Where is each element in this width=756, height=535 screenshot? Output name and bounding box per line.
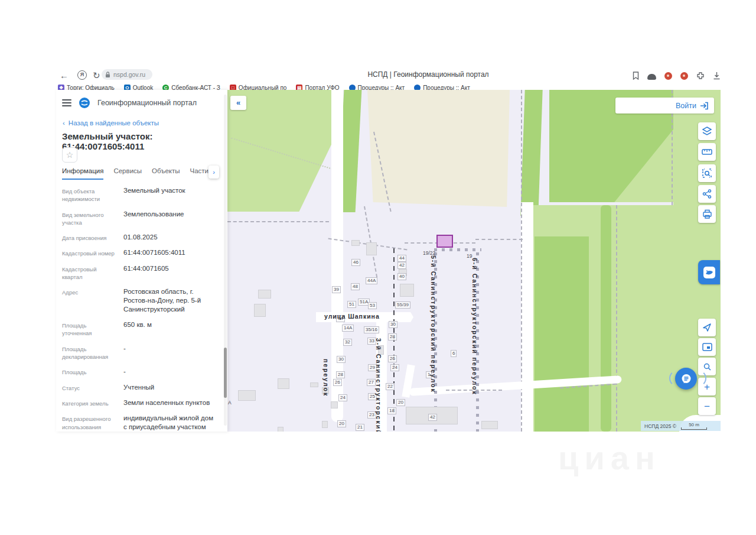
map-attribution: НСПД 2025 © 50 m xyxy=(641,421,721,431)
map-building xyxy=(400,284,414,297)
favorite-button[interactable]: ☆ xyxy=(62,147,77,163)
bookmark-icon[interactable] xyxy=(633,72,639,80)
map-building xyxy=(278,427,284,432)
field-value: 61:44:0071605:4011 xyxy=(123,248,185,257)
download-icon[interactable] xyxy=(713,72,721,80)
url-text: nspd.gov.ru xyxy=(113,71,145,78)
browser-menu-icon[interactable]: Я xyxy=(77,70,87,80)
browser-extensions xyxy=(633,69,721,83)
field-label: Вид объекта недвижимости xyxy=(62,186,116,203)
zoom-out-button[interactable]: − xyxy=(698,397,716,415)
extension-red-icon[interactable] xyxy=(680,72,688,80)
select-area-icon xyxy=(702,168,712,179)
search-icon xyxy=(703,362,712,371)
street-name-label: переулок xyxy=(322,359,330,397)
parcel-number-label: А xyxy=(228,400,232,406)
field-row: АдресРостовская область, г. Ростов-на-До… xyxy=(62,287,217,314)
house-number-label: 32 xyxy=(343,339,352,346)
back-link-label: Назад в найденные объекты xyxy=(69,119,159,127)
watermark: циан xyxy=(558,439,661,477)
share-button[interactable] xyxy=(698,185,716,203)
field-value: индивидуальный жилой дом с приусадебным … xyxy=(123,414,217,432)
scrollbar-thumb[interactable] xyxy=(224,348,227,398)
extension-red-icon[interactable] xyxy=(664,72,672,80)
share-icon xyxy=(702,189,712,199)
fields-list: Вид объекта недвижимостиЗемельный участо… xyxy=(62,186,217,432)
field-row: Площадь уточненная650 кв. м xyxy=(62,320,217,338)
parcel-title: Земельный участок: 61:44:0071605:4011 xyxy=(62,131,227,151)
house-number-label: 20 xyxy=(337,420,346,427)
layers-icon xyxy=(702,126,712,137)
house-number-label: 42 xyxy=(397,262,406,269)
selected-parcel[interactable] xyxy=(436,235,453,248)
field-label: Категория земель xyxy=(62,398,116,407)
field-label: Площадь уточненная xyxy=(62,320,116,338)
lock-icon xyxy=(105,72,110,78)
tab-Информация[interactable]: Информация xyxy=(62,167,103,180)
tab-Сервисы[interactable]: Сервисы xyxy=(113,167,142,180)
house-number-label: 46 xyxy=(351,259,360,266)
chat-button[interactable] xyxy=(675,368,697,390)
zoom-out-label: − xyxy=(704,401,710,411)
scale-label: 50 m xyxy=(689,423,699,427)
map-building xyxy=(481,421,498,429)
measure-button[interactable] xyxy=(698,143,716,161)
house-number-label: 26 xyxy=(388,355,397,362)
back-to-results-link[interactable]: ‹ Назад в найденные объекты xyxy=(63,119,159,127)
map-viewport[interactable]: 46444240394844А5151А5355/39343014А35/163… xyxy=(227,90,721,432)
field-value: Землепользование xyxy=(123,210,184,227)
minimap-button[interactable] xyxy=(698,338,716,356)
house-number-label: 14А xyxy=(342,325,354,332)
back-icon[interactable]: ← xyxy=(60,70,69,82)
minimap-icon xyxy=(702,343,712,351)
house-number-label: 30 xyxy=(389,321,397,328)
panel-flag-button[interactable] xyxy=(698,260,720,284)
locate-icon xyxy=(702,323,712,332)
house-number-label: 48 xyxy=(351,283,360,290)
map-building xyxy=(238,390,256,401)
scale-line xyxy=(681,427,707,430)
house-number-label: 35/16 xyxy=(364,326,379,333)
menu-icon[interactable] xyxy=(62,98,71,108)
map-building xyxy=(254,304,266,317)
login-icon xyxy=(700,102,709,110)
field-label: Кадастровый квартал xyxy=(62,264,116,281)
info-sidebar: Геоинформационный портал ‹ Назад в найде… xyxy=(56,90,227,432)
field-value: 01.08.2025 xyxy=(123,233,158,242)
map-building xyxy=(310,382,318,387)
map-green-strip xyxy=(520,90,542,216)
map-parcel-markers xyxy=(434,248,481,251)
street-name-label: 5-й Санинструкторский переулок xyxy=(430,255,437,393)
house-number-label: 44А xyxy=(366,277,377,284)
map-building xyxy=(366,242,377,255)
field-value: Земли населенных пунктов xyxy=(123,398,210,407)
tabs-scroll-button[interactable]: › xyxy=(208,166,219,179)
field-row: Вид объекта недвижимостиЗемельный участо… xyxy=(62,186,217,203)
field-row: Площадь- xyxy=(62,367,217,376)
login-bar[interactable]: Войти xyxy=(615,98,714,114)
house-number-label: 51 xyxy=(347,301,356,308)
login-label: Войти xyxy=(676,102,696,110)
layers-button[interactable] xyxy=(698,122,716,140)
attribution-text: НСПД 2025 © xyxy=(644,423,676,429)
sidebar-scrollbar[interactable] xyxy=(224,95,227,426)
identify-area-button[interactable] xyxy=(698,164,716,182)
puzzle-icon[interactable] xyxy=(696,72,705,80)
field-row: Дата присвоения01.08.2025 xyxy=(62,233,217,242)
map-green-strip xyxy=(601,205,611,432)
house-number-label: 18 xyxy=(387,407,396,414)
field-row: Вид разрешенного использованияиндивидуал… xyxy=(62,414,217,432)
print-icon xyxy=(702,209,712,219)
tab-Объекты[interactable]: Объекты xyxy=(152,167,180,180)
field-label: Статус xyxy=(62,383,116,392)
house-number-label: 24 xyxy=(390,364,399,371)
refresh-icon[interactable]: ↻ xyxy=(93,70,100,82)
house-number-label: 28 xyxy=(336,371,345,378)
locate-button[interactable] xyxy=(698,319,716,336)
sidebar-collapse-button[interactable]: « xyxy=(230,96,246,110)
print-button[interactable] xyxy=(698,205,716,223)
address-bar[interactable]: nspd.gov.ru xyxy=(102,69,152,80)
map-dashed-boundary xyxy=(521,90,522,432)
street-name-label: 3-й Санинструкторский пер xyxy=(375,338,382,432)
extension-dark-icon[interactable] xyxy=(647,74,656,80)
